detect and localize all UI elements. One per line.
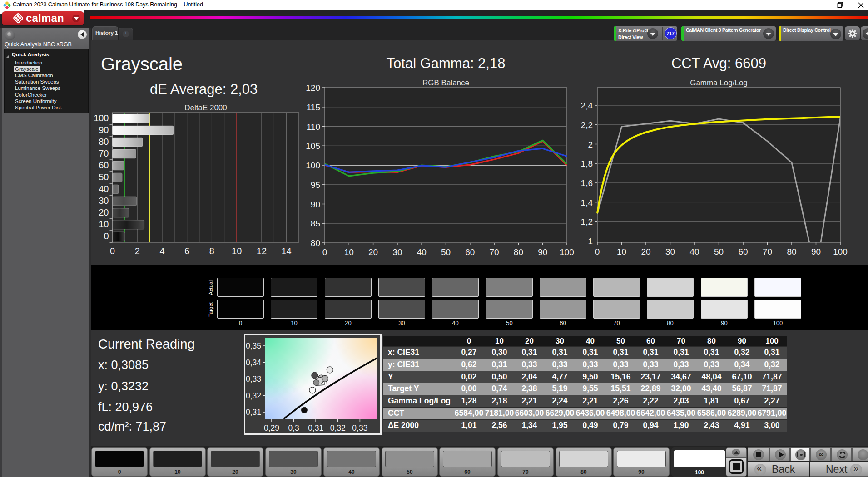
svg-text:120: 120: [306, 83, 320, 93]
svg-text:50: 50: [714, 247, 724, 256]
svg-text:40: 40: [417, 247, 427, 257]
svg-text:6: 6: [184, 246, 189, 256]
svg-text:40: 40: [689, 247, 699, 256]
svg-text:0,3: 0,3: [288, 423, 299, 433]
svg-text:10: 10: [99, 219, 109, 229]
svg-text:115: 115: [307, 103, 320, 112]
svg-text:100: 100: [560, 247, 574, 257]
svg-text:2: 2: [588, 140, 593, 149]
svg-text:12: 12: [257, 246, 267, 256]
svg-text:90: 90: [311, 200, 320, 209]
svg-text:0: 0: [104, 231, 109, 241]
svg-text:60: 60: [465, 247, 475, 257]
svg-text:14: 14: [281, 246, 291, 256]
svg-text:20: 20: [368, 247, 378, 257]
svg-text:1: 1: [588, 236, 593, 246]
svg-text:50: 50: [99, 172, 109, 182]
svg-text:90: 90: [811, 247, 821, 256]
svg-text:0: 0: [110, 246, 115, 256]
svg-text:30: 30: [665, 247, 675, 256]
svg-text:0,31: 0,31: [308, 423, 323, 433]
svg-text:2,2: 2,2: [581, 120, 593, 130]
svg-text:1,2: 1,2: [581, 217, 593, 226]
svg-text:100: 100: [94, 113, 109, 123]
svg-text:100: 100: [833, 247, 848, 256]
svg-text:70: 70: [99, 148, 109, 158]
svg-text:0,33: 0,33: [246, 374, 261, 384]
svg-text:85: 85: [311, 219, 320, 228]
svg-text:0: 0: [595, 247, 600, 256]
svg-text:0: 0: [322, 247, 327, 257]
svg-text:0,32: 0,32: [330, 423, 346, 433]
svg-text:20: 20: [641, 247, 650, 256]
svg-text:2: 2: [135, 246, 140, 256]
svg-text:0,33: 0,33: [352, 423, 367, 433]
svg-text:30: 30: [99, 196, 109, 206]
svg-text:0,31: 0,31: [246, 408, 261, 417]
svg-text:80: 80: [787, 247, 796, 256]
svg-text:60: 60: [99, 160, 109, 170]
svg-text:10: 10: [344, 247, 354, 257]
svg-text:0,34: 0,34: [246, 358, 261, 367]
svg-text:90: 90: [99, 125, 109, 135]
svg-text:70: 70: [490, 247, 499, 257]
svg-text:0,29: 0,29: [264, 423, 279, 433]
svg-text:60: 60: [738, 247, 748, 256]
svg-text:80: 80: [514, 247, 523, 257]
svg-text:4: 4: [159, 246, 164, 256]
svg-text:0,32: 0,32: [246, 391, 261, 400]
svg-text:10: 10: [232, 246, 242, 256]
svg-text:0,35: 0,35: [246, 341, 261, 350]
svg-text:10: 10: [617, 247, 626, 256]
svg-text:40: 40: [99, 184, 109, 194]
svg-text:105: 105: [306, 141, 320, 151]
svg-text:1,6: 1,6: [581, 178, 593, 188]
svg-text:95: 95: [311, 180, 320, 190]
svg-text:50: 50: [441, 247, 451, 257]
svg-text:70: 70: [763, 247, 772, 256]
svg-text:100: 100: [306, 161, 320, 170]
svg-text:2,4: 2,4: [581, 101, 593, 110]
svg-text:1,4: 1,4: [581, 198, 593, 207]
svg-text:90: 90: [538, 247, 547, 257]
svg-text:1,8: 1,8: [581, 159, 593, 168]
svg-text:80: 80: [311, 238, 320, 248]
svg-text:8: 8: [209, 246, 214, 256]
svg-text:110: 110: [307, 122, 320, 132]
svg-text:80: 80: [99, 137, 109, 147]
svg-text:30: 30: [392, 247, 402, 257]
svg-text:20: 20: [99, 207, 109, 217]
